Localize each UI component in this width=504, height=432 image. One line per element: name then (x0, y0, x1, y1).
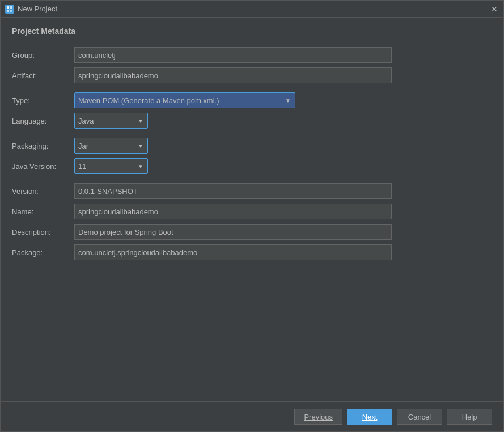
description-label: Description: (12, 225, 74, 240)
version-input[interactable] (74, 183, 392, 199)
package-field (74, 242, 492, 262)
version-field (74, 181, 492, 201)
type-label: Type: (12, 93, 74, 108)
packaging-field: Jar War ▼ (74, 135, 492, 156)
description-input[interactable] (74, 224, 392, 240)
group-label: Group: (12, 48, 74, 63)
svg-rect-2 (7, 10, 9, 12)
package-input[interactable] (74, 244, 392, 260)
svg-rect-1 (10, 6, 12, 9)
section-title: Project Metadata (12, 27, 492, 36)
artifact-input[interactable] (74, 67, 392, 83)
title-bar: New Project ✕ (1, 1, 503, 18)
previous-button[interactable]: Previous (294, 409, 342, 425)
name-input[interactable] (74, 204, 392, 219)
java-version-select-wrapper: 8 11 17 ▼ (74, 158, 148, 174)
description-field (74, 222, 492, 242)
close-button[interactable]: ✕ (490, 5, 499, 14)
svg-rect-0 (7, 6, 9, 9)
language-select[interactable]: Java Kotlin Groovy (74, 113, 148, 129)
window-title: New Project (18, 5, 57, 13)
packaging-label: Packaging: (12, 138, 74, 154)
window-icon (5, 5, 14, 14)
spacer1 (12, 86, 492, 90)
language-select-wrapper: Java Kotlin Groovy ▼ (74, 113, 148, 129)
spacer3 (12, 176, 492, 181)
version-label: Version: (12, 184, 74, 199)
spacer2 (12, 131, 492, 135)
artifact-field (74, 65, 492, 86)
next-button[interactable]: Next (347, 409, 392, 425)
packaging-select-wrapper: Jar War ▼ (74, 138, 148, 154)
group-field (74, 45, 492, 65)
name-field (74, 201, 492, 222)
type-select-wrapper: Maven POM (Generate a Maven pom.xml.) Ma… (74, 92, 295, 108)
artifact-label: Artifact: (12, 68, 74, 83)
java-version-label: Java Version: (12, 159, 74, 174)
footer: Previous Next Cancel Help (1, 401, 503, 431)
java-version-field: 8 11 17 ▼ (74, 156, 492, 176)
group-input[interactable] (74, 47, 392, 63)
language-label: Language: (12, 113, 74, 129)
packaging-select[interactable]: Jar War (74, 138, 148, 154)
language-field: Java Kotlin Groovy ▼ (74, 111, 492, 131)
name-label: Name: (12, 204, 74, 219)
title-bar-left: New Project (5, 5, 57, 14)
form-content: Project Metadata Group: Artifact: Type: … (1, 18, 503, 401)
type-select[interactable]: Maven POM (Generate a Maven pom.xml.) Ma… (74, 92, 295, 108)
form-grid: Group: Artifact: Type: Maven POM (Genera… (12, 45, 492, 262)
help-button[interactable]: Help (447, 409, 492, 425)
svg-rect-3 (10, 10, 12, 12)
java-version-select[interactable]: 8 11 17 (74, 158, 148, 174)
new-project-window: New Project ✕ Project Metadata Group: Ar… (0, 0, 504, 432)
cancel-button[interactable]: Cancel (397, 409, 442, 425)
package-label: Package: (12, 245, 74, 260)
type-field: Maven POM (Generate a Maven pom.xml.) Ma… (74, 90, 492, 111)
